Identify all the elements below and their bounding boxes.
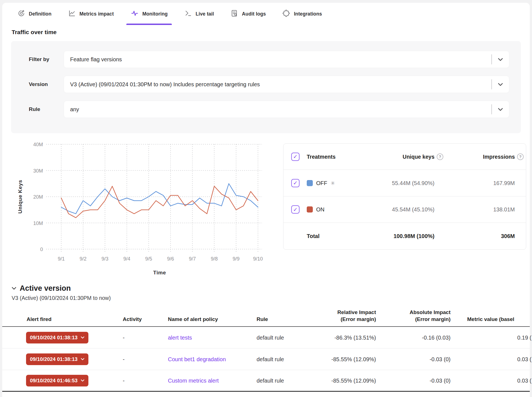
tab-label: Audit logs bbox=[242, 11, 266, 17]
tab-monitoring[interactable]: Monitoring bbox=[126, 3, 172, 25]
unique-keys-help-icon[interactable]: ? bbox=[437, 153, 443, 160]
svg-text:20M: 20M bbox=[33, 194, 43, 200]
absolute-impact-cell: -0.16 (0.03) bbox=[392, 334, 451, 341]
traffic-over-time-chart: 9/19/29/39/49/59/69/79/89/99/10010M20M30… bbox=[15, 139, 283, 278]
alert-fired-badge[interactable]: 09/10/2024 01:38:13 bbox=[26, 353, 88, 365]
tab-label: Metrics impact bbox=[80, 11, 114, 17]
col-header-activity: Activity bbox=[123, 316, 142, 323]
alert-policy-link[interactable]: Custom metrics alert bbox=[168, 377, 219, 384]
page: Definition Metrics impact Monitoring Liv… bbox=[0, 0, 532, 397]
metric-value-cell: 0.03 ( bbox=[465, 356, 531, 362]
treatment-row-off: ✓ OFF ✳ 55.44M (54.90%) 167.99M bbox=[283, 170, 526, 196]
check-icon: ✓ bbox=[293, 207, 298, 212]
impressions-value: 138.01M bbox=[446, 206, 515, 213]
alert-row: 09/10/2024 01:46:53 - Custom metrics ale… bbox=[2, 370, 530, 392]
tab-definition[interactable]: Definition bbox=[13, 3, 56, 25]
treatment-name: OFF ✳ bbox=[316, 180, 335, 186]
active-version-header[interactable]: Active version bbox=[12, 284, 530, 293]
treatment-name: ON bbox=[316, 206, 324, 213]
filter-row-version: Version V3 (Active) (09/01/2024 01:30PM … bbox=[11, 76, 521, 93]
impressions-help-icon[interactable]: ? bbox=[517, 153, 524, 160]
svg-text:9/8: 9/8 bbox=[211, 256, 218, 262]
alert-fired-badge[interactable]: 09/10/2024 01:46:53 bbox=[26, 375, 88, 386]
active-version-title: Active version bbox=[20, 284, 71, 293]
off-series-swatch bbox=[307, 180, 313, 186]
chevron-down-icon bbox=[81, 358, 85, 360]
terminal-icon bbox=[184, 9, 192, 18]
metric-value-cell: 0.03 ( bbox=[465, 377, 531, 384]
alert-row: 09/10/2024 01:38:13 - Count bet1 degrada… bbox=[2, 348, 530, 370]
treatments-total-row: Total 100.98M (100%) 306M bbox=[283, 223, 526, 249]
svg-text:9/1: 9/1 bbox=[58, 256, 65, 262]
svg-text:9/9: 9/9 bbox=[233, 256, 240, 262]
alert-fired-cell: 09/10/2024 01:38:13 bbox=[26, 353, 88, 365]
tab-label: Definition bbox=[29, 11, 52, 17]
main-card: Definition Metrics impact Monitoring Liv… bbox=[2, 3, 530, 397]
rule-cell: default rule bbox=[257, 377, 284, 384]
alert-fired-cell: 09/10/2024 01:46:53 bbox=[26, 375, 88, 386]
tab-bar: Definition Metrics impact Monitoring Liv… bbox=[2, 3, 530, 25]
treatments-card: ✓ Treatments Unique keys ? Impressions ?… bbox=[283, 143, 526, 250]
activity-cell: - bbox=[123, 377, 125, 384]
svg-text:9/6: 9/6 bbox=[167, 256, 174, 262]
filter-by-label: Filter by bbox=[11, 56, 64, 62]
absolute-impact-cell: -0.03 (0) bbox=[392, 377, 451, 384]
tab-live-tail[interactable]: Live tail bbox=[180, 3, 218, 25]
chevron-down-icon bbox=[492, 108, 509, 111]
x-axis-title: Time bbox=[153, 270, 166, 275]
tab-integrations[interactable]: Integrations bbox=[278, 3, 326, 25]
rule-cell: default rule bbox=[257, 356, 284, 362]
svg-text:40M: 40M bbox=[33, 142, 43, 147]
alert-table: Alert fired Activity Name of alert polic… bbox=[2, 306, 530, 392]
impressions-header: Impressions bbox=[446, 153, 515, 160]
series-line-OFF bbox=[61, 184, 258, 214]
unique-keys-header: Unique keys bbox=[351, 153, 434, 160]
filter-row-filter-by: Filter by Feature flag versions bbox=[11, 51, 521, 68]
col-header-metric-value: Metric value (basel bbox=[467, 316, 514, 323]
filter-panel: Filter by Feature flag versions Version … bbox=[11, 41, 521, 133]
alert-policy-link[interactable]: alert tests bbox=[168, 334, 192, 341]
chevron-down-icon bbox=[81, 336, 85, 339]
svg-text:9/2: 9/2 bbox=[80, 256, 86, 262]
relative-impact-cell: -86.3% (13.51%) bbox=[304, 334, 376, 341]
treatment-on-checkbox[interactable]: ✓ bbox=[291, 205, 300, 214]
unique-keys-value: 55.44M (54.90%) bbox=[351, 180, 434, 186]
col-header-rule: Rule bbox=[257, 316, 268, 323]
svg-text:9/5: 9/5 bbox=[145, 256, 152, 262]
filter-by-value: Feature flag versions bbox=[64, 56, 492, 63]
check-icon: ✓ bbox=[293, 180, 298, 186]
check-icon: ✓ bbox=[293, 154, 298, 159]
relative-impact-cell: -85.55% (12.09%) bbox=[304, 377, 376, 384]
svg-text:9/10: 9/10 bbox=[253, 256, 263, 262]
col-header-absolute-impact: Absolute Impact (Error margin) bbox=[392, 309, 451, 323]
alert-fired-badge[interactable]: 09/10/2024 01:38:13 bbox=[26, 332, 88, 343]
treatment-row-on: ✓ ON 45.54M (45.10%) 138.01M bbox=[283, 196, 526, 223]
chart-section: 9/19/29/39/49/59/69/79/89/99/10010M20M30… bbox=[2, 139, 530, 278]
filter-by-select[interactable]: Feature flag versions bbox=[64, 51, 509, 68]
y-axis-title: Unique Keys bbox=[17, 180, 23, 214]
unique-keys-value: 45.54M (45.10%) bbox=[351, 206, 434, 213]
version-select[interactable]: V3 (Active) (09/01/2024 01:30PM to now) … bbox=[64, 76, 509, 93]
alert-policy-link[interactable]: Count bet1 degradation bbox=[168, 356, 226, 362]
default-treatment-icon: ✳ bbox=[331, 180, 335, 186]
page-title: Traffic over time bbox=[12, 29, 530, 36]
col-header-policy: Name of alert policy bbox=[168, 316, 218, 323]
svg-text:0: 0 bbox=[40, 247, 43, 252]
tab-metrics-impact[interactable]: Metrics impact bbox=[64, 3, 118, 25]
tab-audit-logs[interactable]: Audit logs bbox=[226, 3, 270, 25]
chevron-down-icon bbox=[12, 286, 16, 291]
rule-label: Rule bbox=[11, 106, 64, 112]
filter-row-rule: Rule any bbox=[11, 101, 521, 118]
on-series-swatch bbox=[307, 206, 313, 213]
treatments-select-all-checkbox[interactable]: ✓ bbox=[291, 153, 300, 161]
treatment-off-checkbox[interactable]: ✓ bbox=[291, 179, 300, 187]
metric-value-cell: 0.19 ( bbox=[465, 334, 531, 341]
series-line-ON bbox=[61, 186, 258, 218]
rule-select[interactable]: any bbox=[64, 101, 509, 118]
svg-text:9/7: 9/7 bbox=[189, 256, 196, 262]
tab-label: Monitoring bbox=[142, 11, 168, 17]
tab-label: Live tail bbox=[196, 11, 214, 17]
rule-cell: default rule bbox=[257, 334, 284, 341]
total-impressions: 306M bbox=[446, 233, 515, 239]
col-header-relative-impact: Relative Impact (Error margin) bbox=[304, 309, 376, 323]
